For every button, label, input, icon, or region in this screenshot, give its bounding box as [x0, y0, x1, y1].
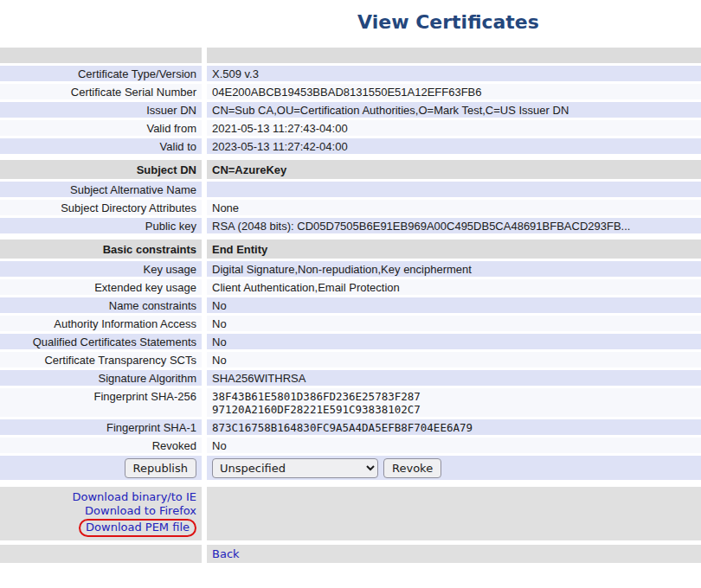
download-links-cell: Download binary/to IE Download to Firefo…: [0, 487, 202, 540]
authority-info-access-label: Authority Information Access: [0, 316, 202, 331]
back-row-empty-cell: [0, 545, 202, 563]
page-title: View Certificates: [0, 0, 701, 35]
qualified-statements-value: No: [207, 334, 701, 349]
table-row: Authority Information Access No: [0, 316, 701, 331]
actions-row: Republish Unspecified Revoke: [0, 456, 701, 480]
revocation-reason-select[interactable]: Unspecified: [212, 458, 378, 478]
download-section: Download binary/to IE Download to Firefo…: [0, 487, 701, 540]
table-row: Issuer DN CN=Sub CA,OU=Certification Aut…: [0, 102, 701, 118]
table-row: Fingerprint SHA-256 38F43B61E5801D386FD2…: [0, 388, 701, 417]
download-binary-ie-link[interactable]: Download binary/to IE: [73, 490, 196, 504]
certificate-type-value: X.509 v.3: [207, 66, 701, 81]
red-highlight-annotation: Download PEM file: [79, 519, 196, 537]
signature-algorithm-value: SHA256WITHRSA: [207, 370, 701, 386]
table-row: Qualified Certificates Statements No: [0, 334, 701, 349]
public-key-label: Public key: [0, 218, 202, 233]
issuer-dn-value: CN=Sub CA,OU=Certification Authorities,O…: [207, 102, 701, 118]
serial-number-value: 04E200ABCB19453BBAD8131550E51A12EFF63FB6: [207, 84, 701, 99]
key-usage-label: Key usage: [0, 261, 202, 277]
basic-constraints-value: End Entity: [207, 240, 701, 259]
empty-header-label-cell: [0, 48, 202, 63]
revoke-button[interactable]: Revoke: [383, 458, 441, 478]
revoked-label: Revoked: [0, 438, 202, 453]
table-row: Key usage Digital Signature,Non-repudiat…: [0, 261, 701, 277]
serial-number-label: Certificate Serial Number: [0, 84, 202, 99]
table-row: Valid to 2023-05-13 11:27:42-04:00: [0, 138, 701, 154]
valid-to-label: Valid to: [0, 138, 202, 154]
extended-key-usage-value: Client Authentication,Email Protection: [207, 279, 701, 295]
certificate-type-label: Certificate Type/Version: [0, 66, 202, 81]
basic-constraints-section-header: Basic constraints End Entity: [0, 240, 701, 259]
table-row: Public key RSA (2048 bits): CD05D7505B6E…: [0, 218, 701, 233]
download-firefox-link[interactable]: Download to Firefox: [85, 504, 196, 518]
signature-algorithm-label: Signature Algorithm: [0, 370, 202, 386]
key-usage-value: Digital Signature,Non-repudiation,Key en…: [207, 261, 701, 277]
table-row: Subject Directory Attributes None: [0, 200, 701, 215]
revoke-cell: Unspecified Revoke: [207, 456, 701, 480]
fingerprint-sha256-line1: 38F43B61E5801D386FD236E25783F287: [212, 390, 701, 403]
table-row: Certificate Type/Version X.509 v.3: [0, 66, 701, 81]
back-row: Back: [0, 545, 701, 563]
download-pem-link[interactable]: Download PEM file: [86, 521, 190, 534]
fingerprint-sha256-label: Fingerprint SHA-256: [0, 388, 202, 417]
download-section-empty-cell: [207, 487, 701, 540]
fingerprint-sha1-value: 873C16758B164830FC9A5A4DA5EFB8F704EE6A79: [207, 419, 701, 435]
certificate-table: Certificate Type/Version X.509 v.3 Certi…: [0, 48, 701, 563]
table-row: Revoked No: [0, 438, 701, 453]
table-row: Name constraints No: [0, 297, 701, 313]
subject-dir-attrs-label: Subject Directory Attributes: [0, 200, 202, 215]
valid-from-value: 2021-05-13 11:27:43-04:00: [207, 120, 701, 136]
valid-to-value: 2023-05-13 11:27:42-04:00: [207, 138, 701, 154]
subject-dn-label: Subject DN: [0, 160, 202, 179]
extended-key-usage-label: Extended key usage: [0, 279, 202, 295]
table-row: Subject Alternative Name: [0, 182, 701, 197]
issuer-dn-label: Issuer DN: [0, 102, 202, 118]
back-link[interactable]: Back: [212, 547, 240, 560]
name-constraints-value: No: [207, 297, 701, 313]
subject-dn-value: CN=AzureKey: [207, 160, 701, 179]
table-header-empty-row: [0, 48, 701, 63]
fingerprint-sha256-value: 38F43B61E5801D386FD236E25783F287 97120A2…: [207, 388, 701, 417]
authority-info-access-value: No: [207, 316, 701, 331]
subject-dir-attrs-value: None: [207, 200, 701, 215]
name-constraints-label: Name constraints: [0, 297, 202, 313]
table-row: Certificate Transparency SCTs No: [0, 352, 701, 368]
back-cell: Back: [207, 545, 701, 563]
subject-alt-name-label: Subject Alternative Name: [0, 182, 202, 197]
ct-scts-label: Certificate Transparency SCTs: [0, 352, 202, 368]
subject-dn-section-header: Subject DN CN=AzureKey: [0, 160, 701, 179]
table-row: Fingerprint SHA-1 873C16758B164830FC9A5A…: [0, 419, 701, 435]
fingerprint-sha1-label: Fingerprint SHA-1: [0, 419, 202, 435]
table-row: Valid from 2021-05-13 11:27:43-04:00: [0, 120, 701, 136]
revoked-value: No: [207, 438, 701, 453]
republish-button[interactable]: Republish: [125, 458, 196, 478]
basic-constraints-label: Basic constraints: [0, 240, 202, 259]
republish-cell: Republish: [0, 456, 202, 480]
public-key-value: RSA (2048 bits): CD05D7505B6E91EB969A00C…: [207, 218, 701, 233]
empty-header-value-cell: [207, 48, 701, 63]
table-row: Signature Algorithm SHA256WITHRSA: [0, 370, 701, 386]
subject-alt-name-value: [207, 182, 701, 197]
ct-scts-value: No: [207, 352, 701, 368]
valid-from-label: Valid from: [0, 120, 202, 136]
table-row: Extended key usage Client Authentication…: [0, 279, 701, 295]
fingerprint-sha256-line2: 97120A2160DF28221E591C93838102C7: [212, 403, 701, 416]
table-row: Certificate Serial Number 04E200ABCB1945…: [0, 84, 701, 99]
qualified-statements-label: Qualified Certificates Statements: [0, 334, 202, 349]
